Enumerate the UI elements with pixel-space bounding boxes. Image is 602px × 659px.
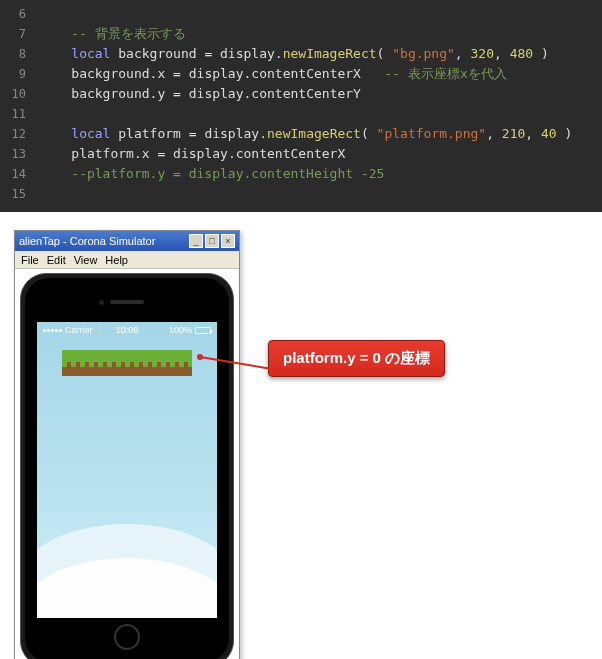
- code-line[interactable]: 14 --platform.y = display.contentHeight …: [0, 164, 602, 184]
- annotation-callout: platform.y = 0 の座標: [268, 340, 445, 377]
- minimize-button[interactable]: _: [189, 234, 203, 248]
- carrier-label: Carrier: [65, 325, 93, 335]
- line-number: 9: [0, 64, 40, 84]
- code-content[interactable]: background.x = display.contentCenterX --…: [40, 64, 507, 84]
- svg-line-0: [200, 357, 272, 369]
- code-content[interactable]: [40, 104, 71, 124]
- simulator-menubar[interactable]: File Edit View Help: [15, 251, 239, 269]
- phone-camera-icon: [99, 300, 104, 305]
- line-number: 7: [0, 24, 40, 44]
- callout-label: platform.y = 0 の座標: [268, 340, 445, 377]
- code-line[interactable]: 9 background.x = display.contentCenterX …: [0, 64, 602, 84]
- simulator-title: alienTap - Corona Simulator: [19, 235, 189, 247]
- code-content[interactable]: --platform.y = display.contentHeight -25: [40, 164, 384, 184]
- menu-help[interactable]: Help: [105, 254, 128, 266]
- line-number: 8: [0, 44, 40, 64]
- platform-sprite: [62, 350, 192, 376]
- code-line[interactable]: 15: [0, 184, 602, 204]
- code-line[interactable]: 11: [0, 104, 602, 124]
- simulator-area: alienTap - Corona Simulator _ □ × File E…: [0, 212, 602, 659]
- code-content[interactable]: [40, 184, 71, 204]
- code-content[interactable]: background.y = display.contentCenterY: [40, 84, 361, 104]
- code-line[interactable]: 6: [0, 4, 602, 24]
- menu-edit[interactable]: Edit: [47, 254, 66, 266]
- phone-speaker-icon: [110, 300, 144, 304]
- line-number: 11: [0, 104, 40, 124]
- line-number: 15: [0, 184, 40, 204]
- maximize-button[interactable]: □: [205, 234, 219, 248]
- simulator-canvas: Carrier ⋮ 10:08 100%: [15, 269, 239, 659]
- code-content[interactable]: local platform = display.newImageRect( "…: [40, 124, 572, 144]
- code-content[interactable]: [40, 4, 71, 24]
- line-number: 14: [0, 164, 40, 184]
- menu-file[interactable]: File: [21, 254, 39, 266]
- simulator-titlebar[interactable]: alienTap - Corona Simulator _ □ ×: [15, 231, 239, 251]
- code-content[interactable]: -- 背景を表示する: [40, 24, 186, 44]
- code-line[interactable]: 8 local background = display.newImageRec…: [0, 44, 602, 64]
- line-number: 10: [0, 84, 40, 104]
- wifi-icon: ⋮: [96, 325, 105, 335]
- phone-screen: Carrier ⋮ 10:08 100%: [37, 322, 217, 618]
- close-button[interactable]: ×: [221, 234, 235, 248]
- line-number: 13: [0, 144, 40, 164]
- phone-frame: Carrier ⋮ 10:08 100%: [20, 273, 234, 659]
- simulator-window: alienTap - Corona Simulator _ □ × File E…: [14, 230, 240, 659]
- line-number: 6: [0, 4, 40, 24]
- code-line[interactable]: 10 background.y = display.contentCenterY: [0, 84, 602, 104]
- svg-point-1: [197, 354, 203, 360]
- line-number: 12: [0, 124, 40, 144]
- callout-arrow-icon: [196, 353, 274, 377]
- code-line[interactable]: 7 -- 背景を表示する: [0, 24, 602, 44]
- code-editor[interactable]: 6 7 -- 背景を表示する8 local background = displ…: [0, 0, 602, 212]
- background-clouds: [37, 488, 217, 618]
- code-line[interactable]: 13 platform.x = display.contentCenterX: [0, 144, 602, 164]
- status-time: 10:08: [116, 325, 139, 335]
- battery-label: 100%: [169, 325, 192, 335]
- battery-icon: [195, 327, 211, 334]
- status-bar: Carrier ⋮ 10:08 100%: [37, 322, 217, 338]
- code-content[interactable]: platform.x = display.contentCenterX: [40, 144, 345, 164]
- signal-dots-icon: [43, 329, 62, 332]
- home-button-icon: [114, 624, 140, 650]
- code-line[interactable]: 12 local platform = display.newImageRect…: [0, 124, 602, 144]
- code-content[interactable]: local background = display.newImageRect(…: [40, 44, 549, 64]
- menu-view[interactable]: View: [74, 254, 98, 266]
